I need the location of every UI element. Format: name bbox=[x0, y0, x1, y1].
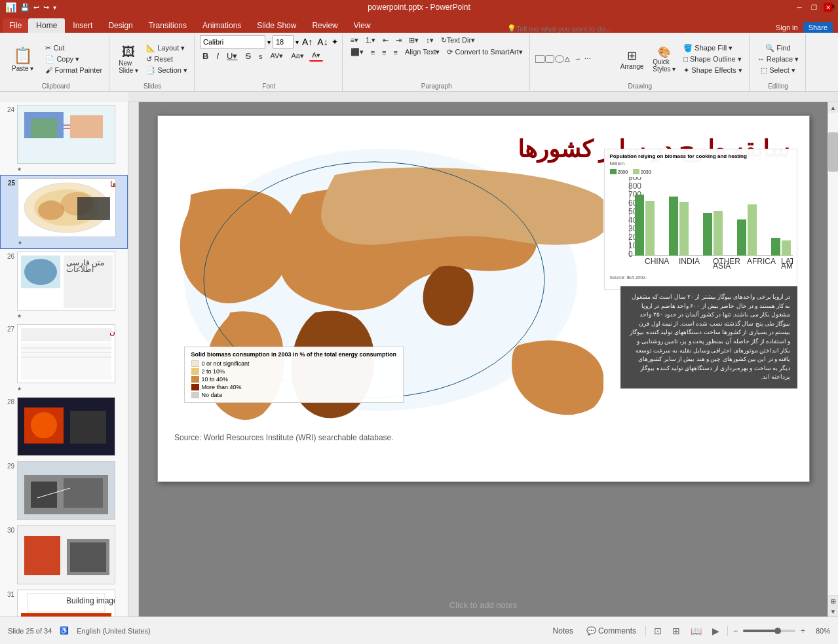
shape-triangle[interactable]: △ bbox=[565, 55, 574, 63]
cut-btn[interactable]: ✂ Cut bbox=[43, 43, 105, 53]
click-to-add-notes[interactable]: Click to add notes bbox=[449, 600, 517, 610]
convert-smartart-btn[interactable]: ⟳ Convert to SmartArt▾ bbox=[444, 47, 525, 57]
underline-btn[interactable]: U▾ bbox=[224, 50, 240, 62]
scroll-down-btn[interactable]: ▼ bbox=[828, 606, 838, 616]
bullets-btn[interactable]: ≡▾ bbox=[348, 35, 361, 45]
align-center-btn[interactable]: ≡ bbox=[368, 47, 377, 57]
scroll-up-btn[interactable]: ▲ bbox=[828, 102, 838, 113]
increase-font-btn[interactable]: A↑ bbox=[301, 37, 314, 47]
align-left-btn[interactable]: ⬛▾ bbox=[348, 47, 366, 57]
decrease-font-btn[interactable]: A↓ bbox=[316, 37, 329, 47]
scroll-fit-btn[interactable]: ⊞ bbox=[828, 596, 838, 606]
replace-btn[interactable]: ↔ Replace ▾ bbox=[755, 54, 801, 64]
shape-arrow[interactable]: → bbox=[575, 55, 584, 63]
new-slide-btn[interactable]: 🖼 NewSlide ▾ bbox=[115, 42, 142, 77]
format-painter-btn[interactable]: 🖌 Format Painter bbox=[43, 66, 105, 75]
font-size-dropdown[interactable]: ▾ bbox=[295, 39, 299, 46]
quick-styles-btn[interactable]: 🎨 QuickStyles ▾ bbox=[650, 45, 678, 74]
shape-fill-btn[interactable]: 🪣 Shape Fill ▾ bbox=[681, 43, 744, 53]
align-right-btn[interactable]: ≡ bbox=[379, 47, 389, 57]
quick-access-undo[interactable]: ↩ bbox=[33, 3, 39, 12]
comments-btn[interactable]: 💬Comments bbox=[582, 625, 640, 637]
slide-sorter-btn[interactable]: ⊞ bbox=[670, 624, 683, 637]
reading-view-btn[interactable]: 📖 bbox=[688, 624, 704, 637]
shadow-btn[interactable]: s bbox=[256, 52, 265, 61]
font-name-dropdown[interactable]: ▾ bbox=[267, 39, 271, 46]
shape-more[interactable]: ⋯ bbox=[584, 55, 594, 63]
zoom-slider-bar[interactable] bbox=[743, 630, 795, 632]
section-btn[interactable]: 📑 Section ▾ bbox=[143, 66, 190, 75]
restore-btn[interactable]: ❐ bbox=[809, 3, 818, 12]
normal-view-btn[interactable]: ⊡ bbox=[651, 624, 664, 637]
zoom-slider-thumb[interactable] bbox=[774, 628, 781, 634]
collapse-ribbon-btn[interactable]: ∧ bbox=[831, 3, 835, 10]
slide-24[interactable]: 24 ★ bbox=[0, 102, 128, 175]
svg-rect-72 bbox=[782, 240, 791, 256]
quick-access-redo[interactable]: ↪ bbox=[43, 3, 49, 12]
zoom-in-btn[interactable]: + bbox=[801, 626, 805, 635]
col-btn[interactable]: ⊞▾ bbox=[406, 35, 421, 45]
slideshow-btn[interactable]: ▶ bbox=[710, 624, 722, 637]
minimize-btn[interactable]: ─ bbox=[795, 3, 804, 12]
scroll-track[interactable] bbox=[828, 113, 838, 596]
layout-btn[interactable]: 📐 Layout ▾ bbox=[143, 43, 190, 53]
reset-btn[interactable]: ↺ Reset bbox=[143, 54, 190, 64]
app-icon: 📊 bbox=[5, 2, 16, 12]
shape-outline-btn[interactable]: □ Shape Outline ▾ bbox=[681, 54, 744, 64]
tab-home[interactable]: Home bbox=[28, 18, 65, 33]
tab-file[interactable]: File bbox=[3, 18, 28, 33]
svg-text:INDIA: INDIA bbox=[679, 257, 700, 266]
scroll-thumb[interactable] bbox=[828, 132, 838, 172]
tab-animations[interactable]: Animations bbox=[195, 18, 249, 33]
decrease-indent-btn[interactable]: ⇤ bbox=[380, 35, 391, 45]
slide-31[interactable]: 31 Building image bbox=[0, 587, 128, 616]
customize-qat[interactable]: ▾ bbox=[53, 4, 56, 11]
accessibility-icon[interactable]: ♿ bbox=[60, 626, 69, 635]
shape-rounded-rect[interactable] bbox=[545, 55, 554, 63]
font-color-btn[interactable]: A▾ bbox=[309, 50, 323, 62]
clear-format-btn[interactable]: ✦ bbox=[332, 37, 338, 47]
tab-slideshow[interactable]: Slide Show bbox=[249, 18, 304, 33]
main-slide[interactable]: سابقه طرح در سایر کشورها bbox=[157, 115, 810, 482]
shape-rect[interactable] bbox=[535, 55, 544, 63]
font-size-input[interactable] bbox=[273, 35, 294, 48]
line-spacing-btn[interactable]: ↕▾ bbox=[423, 35, 436, 45]
shape-oval[interactable] bbox=[555, 55, 564, 63]
copy-btn[interactable]: 📄 Copy ▾ bbox=[43, 54, 105, 64]
vertical-scrollbar[interactable]: ▲ ⊞ ▼ bbox=[828, 102, 838, 616]
slide-27[interactable]: 27 عنوان ★ bbox=[0, 322, 128, 394]
tab-review[interactable]: Review bbox=[304, 18, 345, 33]
tab-design[interactable]: Design bbox=[100, 18, 140, 33]
font-name-input[interactable] bbox=[200, 35, 265, 48]
share-btn[interactable]: Share bbox=[803, 22, 833, 33]
tell-me-input[interactable] bbox=[516, 25, 647, 33]
slide-30[interactable]: 30 bbox=[0, 523, 128, 587]
slide-25[interactable]: 25 سابقه طرح در سایر کشوره bbox=[0, 175, 128, 249]
tab-insert[interactable]: Insert bbox=[65, 18, 100, 33]
italic-btn[interactable]: I bbox=[214, 50, 221, 62]
justify-btn[interactable]: ≡ bbox=[391, 47, 400, 57]
sign-in-btn[interactable]: Sign in bbox=[776, 24, 798, 31]
quick-access-save[interactable]: 💾 bbox=[20, 3, 29, 12]
text-direction-btn[interactable]: ↻Text Dir▾ bbox=[438, 35, 478, 45]
zoom-out-btn[interactable]: − bbox=[733, 626, 738, 635]
paste-btn[interactable]: 📋 Paste ▾ bbox=[7, 45, 39, 73]
select-btn[interactable]: ⬚ Select ▾ bbox=[758, 66, 798, 75]
zoom-level[interactable]: 80% bbox=[810, 627, 830, 635]
shape-effects-btn[interactable]: ✦ Shape Effects ▾ bbox=[681, 66, 744, 75]
notes-btn[interactable]: Notes bbox=[549, 625, 577, 637]
align-text-btn[interactable]: Align Text▾ bbox=[402, 47, 443, 57]
numbering-btn[interactable]: 1.▾ bbox=[363, 35, 378, 45]
slide-26[interactable]: 26 متن فارسی اطلاعات ★ bbox=[0, 249, 128, 322]
find-btn[interactable]: 🔍 Find bbox=[763, 43, 793, 53]
slide-28[interactable]: 28 bbox=[0, 394, 128, 459]
char-spacing-btn[interactable]: AV▾ bbox=[268, 51, 286, 61]
change-case-btn[interactable]: Aa▾ bbox=[288, 51, 306, 61]
arrange-btn[interactable]: ⊞ Arrange bbox=[617, 46, 648, 73]
tab-transitions[interactable]: Transitions bbox=[141, 18, 195, 33]
tab-view[interactable]: View bbox=[346, 18, 379, 33]
strikethrough-btn[interactable]: S bbox=[242, 50, 254, 62]
increase-indent-btn[interactable]: ⇥ bbox=[393, 35, 404, 45]
slide-29[interactable]: 29 bbox=[0, 459, 128, 523]
bold-btn[interactable]: B bbox=[200, 50, 211, 62]
